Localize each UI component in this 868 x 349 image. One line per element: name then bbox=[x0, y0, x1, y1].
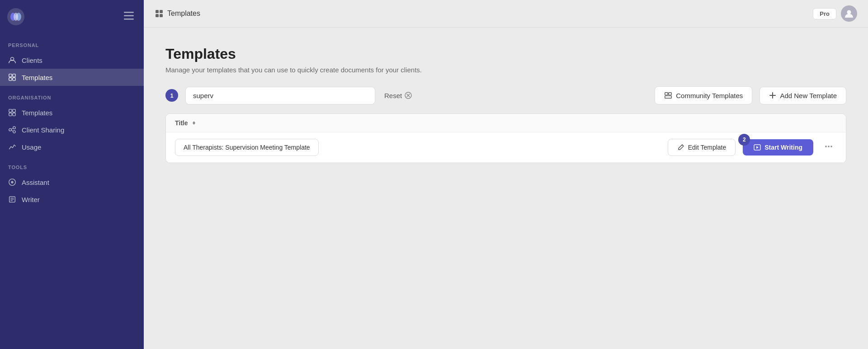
edit-icon bbox=[677, 144, 684, 151]
svg-point-3 bbox=[14, 13, 18, 21]
usage-icon bbox=[8, 143, 16, 151]
more-options-button[interactable] bbox=[821, 140, 837, 155]
logo-icon bbox=[7, 8, 24, 25]
sidebar-item-client-sharing[interactable]: Client Sharing bbox=[0, 121, 144, 138]
start-writing-button[interactable]: Start Writing bbox=[743, 139, 813, 156]
sidebar-item-templates-org-label: Templates bbox=[22, 109, 52, 117]
col-title-label: Title bbox=[175, 119, 188, 127]
svg-rect-29 bbox=[156, 14, 159, 17]
sidebar-item-usage[interactable]: Usage bbox=[0, 138, 144, 156]
pro-badge[interactable]: Pro bbox=[813, 8, 836, 19]
template-name-cell: All Therapists: Supervision Meeting Temp… bbox=[175, 139, 660, 156]
sidebar-item-clients-label: Clients bbox=[22, 57, 42, 64]
sidebar-item-clients[interactable]: Clients bbox=[0, 52, 144, 69]
svg-point-22 bbox=[11, 181, 13, 183]
personal-section-label: Personal bbox=[0, 33, 144, 52]
svg-rect-6 bbox=[124, 19, 134, 20]
col-title[interactable]: Title bbox=[175, 119, 837, 127]
logo bbox=[7, 8, 24, 25]
sidebar-item-usage-label: Usage bbox=[22, 143, 41, 151]
templates-table: Title All Therapists: Supervision Meetin… bbox=[165, 113, 846, 163]
sidebar-item-templates-org[interactable]: Templates bbox=[0, 104, 144, 121]
svg-point-18 bbox=[13, 131, 15, 133]
community-icon bbox=[664, 91, 672, 99]
svg-point-43 bbox=[830, 146, 832, 147]
svg-rect-14 bbox=[9, 113, 12, 116]
edit-template-button[interactable]: Edit Template bbox=[668, 139, 736, 156]
svg-rect-15 bbox=[13, 113, 15, 116]
svg-rect-13 bbox=[13, 109, 15, 112]
organisation-section-label: Organisation bbox=[0, 86, 144, 104]
client-sharing-icon bbox=[8, 126, 16, 134]
svg-point-41 bbox=[825, 146, 827, 147]
add-new-template-button[interactable]: Add New Template bbox=[760, 87, 846, 104]
breadcrumb-label: Templates bbox=[167, 9, 200, 18]
reset-x-icon bbox=[405, 92, 412, 99]
sidebar-toggle-icon bbox=[124, 12, 134, 20]
sidebar: Personal Clients Templates Organisation … bbox=[0, 0, 144, 349]
reset-label: Reset bbox=[384, 92, 402, 99]
writer-icon bbox=[8, 195, 16, 203]
reset-button[interactable]: Reset bbox=[382, 88, 414, 103]
tools-section-label: Tools bbox=[0, 156, 144, 174]
sidebar-item-assistant-label: Assistant bbox=[22, 179, 49, 186]
start-writing-icon bbox=[754, 144, 761, 151]
svg-point-42 bbox=[828, 146, 830, 147]
templates-personal-icon bbox=[8, 73, 16, 81]
sidebar-toggle-button[interactable] bbox=[122, 10, 136, 24]
add-new-template-label: Add New Template bbox=[780, 92, 837, 99]
svg-line-20 bbox=[11, 130, 13, 131]
svg-rect-8 bbox=[9, 74, 12, 77]
svg-rect-11 bbox=[13, 78, 15, 80]
sidebar-item-writer[interactable]: Writer bbox=[0, 191, 144, 208]
assistant-icon bbox=[8, 178, 16, 186]
breadcrumb: Templates bbox=[155, 9, 200, 18]
svg-rect-30 bbox=[160, 14, 163, 17]
sidebar-item-templates-personal[interactable]: Templates bbox=[0, 69, 144, 86]
svg-rect-28 bbox=[160, 10, 163, 13]
svg-rect-35 bbox=[665, 93, 668, 95]
community-templates-button[interactable]: Community Templates bbox=[655, 86, 752, 104]
svg-rect-4 bbox=[124, 12, 134, 13]
clients-icon bbox=[8, 56, 16, 64]
step-1-badge: 1 bbox=[165, 89, 178, 102]
sidebar-item-assistant[interactable]: Assistant bbox=[0, 174, 144, 191]
sidebar-item-templates-personal-label: Templates bbox=[22, 74, 52, 81]
table-row: All Therapists: Supervision Meeting Temp… bbox=[166, 132, 846, 163]
svg-rect-36 bbox=[669, 93, 671, 95]
svg-rect-12 bbox=[9, 109, 12, 112]
sort-icon bbox=[191, 120, 197, 126]
page-title: Templates bbox=[165, 46, 846, 62]
page-subtitle: Manage your templates that you can use t… bbox=[165, 66, 846, 74]
svg-rect-27 bbox=[156, 10, 159, 13]
svg-point-16 bbox=[9, 128, 11, 131]
svg-rect-5 bbox=[124, 15, 134, 16]
more-dots-icon bbox=[824, 142, 833, 151]
topbar: Templates Pro bbox=[144, 0, 868, 28]
community-templates-label: Community Templates bbox=[676, 92, 743, 99]
sidebar-item-writer-label: Writer bbox=[22, 196, 40, 203]
page-content: Templates Manage your templates that you… bbox=[144, 28, 868, 349]
templates-org-icon bbox=[8, 108, 16, 117]
svg-rect-10 bbox=[9, 78, 12, 80]
main-content: Templates Pro Templates Manage your temp… bbox=[144, 0, 868, 349]
svg-rect-37 bbox=[665, 96, 671, 98]
template-name-badge: All Therapists: Supervision Meeting Temp… bbox=[175, 139, 319, 156]
svg-point-17 bbox=[13, 127, 15, 129]
edit-template-label: Edit Template bbox=[688, 144, 726, 151]
user-avatar[interactable] bbox=[841, 5, 857, 22]
sidebar-header bbox=[0, 0, 144, 33]
add-icon bbox=[769, 92, 776, 99]
filter-bar: 1 Reset Community Templates bbox=[165, 86, 846, 104]
svg-rect-9 bbox=[13, 74, 15, 77]
start-writing-container: 2 Start Writing bbox=[743, 139, 813, 156]
svg-point-31 bbox=[847, 10, 851, 14]
start-writing-label: Start Writing bbox=[764, 144, 802, 151]
table-header: Title bbox=[166, 114, 846, 132]
svg-line-19 bbox=[11, 128, 13, 129]
search-input[interactable] bbox=[185, 87, 375, 104]
user-avatar-icon bbox=[844, 9, 854, 19]
breadcrumb-grid-icon bbox=[155, 9, 164, 18]
sidebar-item-client-sharing-label: Client Sharing bbox=[22, 126, 64, 134]
